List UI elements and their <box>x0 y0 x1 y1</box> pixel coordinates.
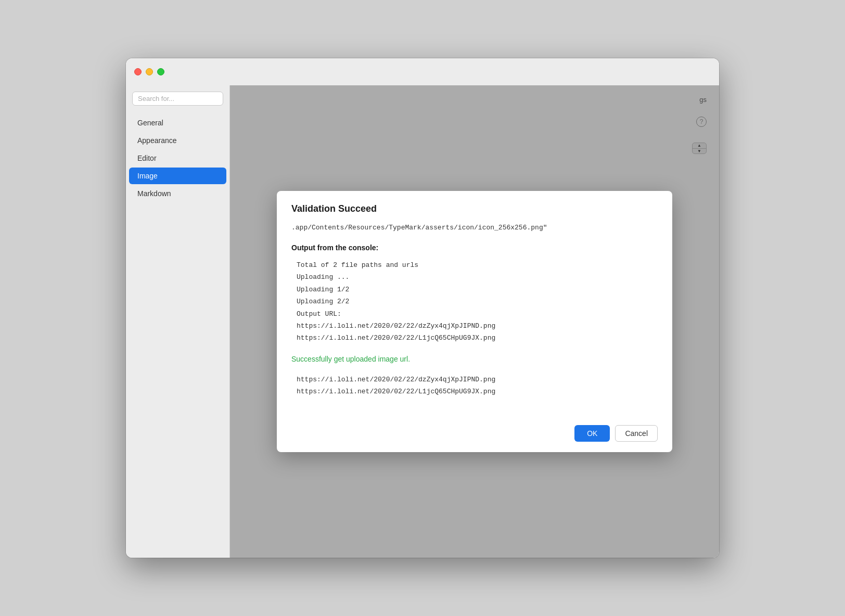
console-block: Total of 2 file paths and urls Uploading… <box>291 259 658 344</box>
sidebar-nav: General Appearance Editor Image Markdown <box>126 114 229 202</box>
app-window: Search for... General Appearance Editor … <box>126 58 719 558</box>
sidebar-item-general[interactable]: General <box>129 114 226 131</box>
console-line-4: Output URL: <box>297 308 658 320</box>
console-line-5: https://i.loli.net/2020/02/22/dzZyx4qjXp… <box>297 320 658 332</box>
console-line-2: Uploading 1/2 <box>297 284 658 296</box>
cancel-button[interactable]: Cancel <box>615 425 658 442</box>
minimize-button[interactable] <box>146 68 153 75</box>
console-line-1: Uploading ... <box>297 271 658 283</box>
modal-dialog: Validation Succeed .app/Contents/Resourc… <box>277 191 672 452</box>
maximize-button[interactable] <box>157 68 164 75</box>
console-label: Output from the console: <box>291 243 658 252</box>
console-line-6: https://i.loli.net/2020/02/22/L1jcQ65CHp… <box>297 332 658 344</box>
result-urls: https://i.loli.net/2020/02/22/dzZyx4qjXp… <box>291 374 658 398</box>
titlebar <box>126 58 719 85</box>
modal-footer: OK Cancel <box>277 417 672 452</box>
sidebar: Search for... General Appearance Editor … <box>126 85 230 558</box>
ok-button[interactable]: OK <box>574 425 610 442</box>
search-bar[interactable]: Search for... <box>132 92 223 106</box>
modal-body: .app/Contents/Resources/TypeMark/asserts… <box>277 223 672 416</box>
sidebar-item-editor[interactable]: Editor <box>129 150 226 166</box>
result-url-1: https://i.loli.net/2020/02/22/L1jcQ65CHp… <box>297 386 658 397</box>
path-text: .app/Contents/Resources/TypeMark/asserts… <box>291 223 658 233</box>
sidebar-item-markdown[interactable]: Markdown <box>129 185 226 202</box>
modal-header: Validation Succeed <box>277 191 672 223</box>
search-placeholder: Search for... <box>138 95 174 102</box>
console-line-0: Total of 2 file paths and urls <box>297 259 658 271</box>
traffic-lights <box>134 68 164 75</box>
sidebar-item-image[interactable]: Image <box>129 168 226 184</box>
modal-overlay: Validation Succeed .app/Contents/Resourc… <box>230 85 719 558</box>
close-button[interactable] <box>134 68 142 75</box>
sidebar-item-appearance[interactable]: Appearance <box>129 132 226 149</box>
main-content: gs ? ▲ ▼ Validation Succeed <box>230 85 719 558</box>
result-url-0: https://i.loli.net/2020/02/22/dzZyx4qjXp… <box>297 374 658 386</box>
modal-title: Validation Succeed <box>291 203 658 214</box>
console-line-3: Uploading 2/2 <box>297 296 658 307</box>
success-message: Successfully get uploaded image url. <box>291 355 658 363</box>
window-body: Search for... General Appearance Editor … <box>126 85 719 558</box>
